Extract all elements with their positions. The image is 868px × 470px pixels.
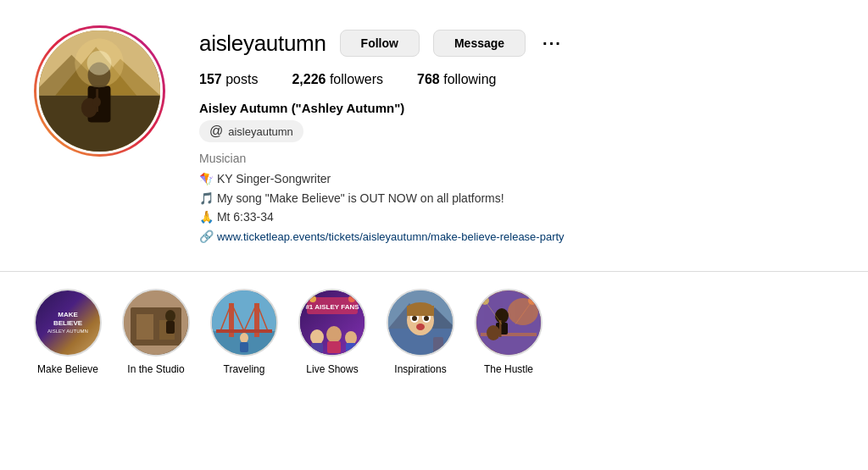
svg-point-36 <box>326 326 342 343</box>
stats-row: 157 posts 2,226 followers 768 following <box>199 72 834 87</box>
svg-point-28 <box>240 333 248 343</box>
svg-point-58 <box>495 308 509 323</box>
followers-count: 2,226 <box>292 72 326 86</box>
avatar-wrapper[interactable] <box>34 25 165 157</box>
svg-text:#1 AISLEY FANS: #1 AISLEY FANS <box>305 303 359 311</box>
bio-line-3: 🙏 Mt 6:33-34 <box>199 207 834 226</box>
highlight-make-believe[interactable]: MAKEBELIEVEAISLEY AUTUMN Make Believe <box>34 289 102 375</box>
following-stat[interactable]: 768 following <box>417 72 496 87</box>
highlight-inner-make-believe: MAKEBELIEVEAISLEY AUTUMN <box>44 307 92 339</box>
svg-rect-35 <box>311 343 323 353</box>
following-label: following <box>443 72 496 86</box>
posts-stat[interactable]: 157 posts <box>199 72 258 87</box>
bio-line-2: 🎵 My song "Make Believe" is OUT NOW on a… <box>199 189 834 207</box>
svg-point-49 <box>412 316 417 321</box>
bio-link-container: 🔗 www.ticketleap.events/tickets/aisleyau… <box>199 227 834 246</box>
highlight-circle-studio <box>122 289 190 357</box>
svg-point-17 <box>165 310 175 322</box>
svg-rect-18 <box>166 321 175 334</box>
highlight-studio[interactable]: In the Studio <box>122 289 190 375</box>
link-icon: 🔗 <box>199 229 217 243</box>
svg-rect-39 <box>346 343 356 353</box>
svg-rect-37 <box>327 341 341 353</box>
threads-handle: aisleyautumn <box>228 125 293 138</box>
svg-point-34 <box>310 329 324 345</box>
threads-icon: @ <box>209 124 223 139</box>
bio-category: Musician <box>199 149 834 168</box>
bio-line-1: 🪁 KY Singer-Songwriter <box>199 169 834 188</box>
highlight-label-make-believe: Make Believe <box>37 363 98 375</box>
svg-point-40 <box>309 296 316 302</box>
username-row: aisleyautumn Follow Message ··· <box>199 30 834 57</box>
svg-rect-15 <box>136 314 153 340</box>
svg-point-60 <box>487 325 500 340</box>
highlight-hustle[interactable]: The Hustle <box>475 289 542 375</box>
highlight-traveling[interactable]: Traveling <box>210 289 278 375</box>
highlight-label-traveling: Traveling <box>224 363 265 375</box>
bio-section: Musician 🪁 KY Singer-Songwriter 🎵 My son… <box>199 149 834 246</box>
highlight-label-studio: In the Studio <box>127 363 184 375</box>
svg-point-41 <box>348 296 355 302</box>
svg-rect-53 <box>407 306 434 316</box>
svg-rect-27 <box>216 329 272 333</box>
highlight-circle-hustle <box>475 289 542 357</box>
profile-container: aisleyautumn Follow Message ··· 157 post… <box>0 0 868 263</box>
svg-point-50 <box>424 316 429 321</box>
posts-count: 157 <box>199 72 222 86</box>
highlight-label-live-shows: Live Shows <box>306 363 358 375</box>
highlight-circle-live: #1 AISLEY FANS <box>298 289 366 357</box>
followers-label: followers <box>330 72 383 86</box>
follow-button[interactable]: Follow <box>340 30 420 57</box>
posts-label: posts <box>225 72 258 86</box>
message-button[interactable]: Message <box>433 30 526 57</box>
avatar <box>36 28 163 154</box>
highlight-circle-make-believe: MAKEBELIEVEAISLEY AUTUMN <box>34 289 102 357</box>
profile-info: aisleyautumn Follow Message ··· 157 post… <box>199 25 834 246</box>
svg-point-51 <box>416 323 425 330</box>
highlight-inspirations[interactable]: Inspirations <box>387 289 454 375</box>
svg-point-12 <box>87 51 112 75</box>
highlight-live-shows[interactable]: #1 AISLEY FANS Live Shows <box>298 289 366 375</box>
highlight-label-hustle: The Hustle <box>484 363 533 375</box>
highlight-circle-traveling <box>210 289 278 357</box>
more-options-button[interactable]: ··· <box>539 34 565 53</box>
svg-point-10 <box>92 97 101 108</box>
followers-stat[interactable]: 2,226 followers <box>292 72 383 87</box>
svg-point-38 <box>345 331 357 345</box>
username: aisleyautumn <box>199 30 326 57</box>
following-count: 768 <box>417 72 440 86</box>
highlight-label-inspirations: Inspirations <box>394 363 446 375</box>
full-name: Aisley Autumn ("Ashley Autumn") <box>199 101 834 115</box>
profile-link[interactable]: www.ticketleap.events/tickets/aisleyautu… <box>217 230 565 243</box>
highlight-circle-inspirations <box>387 289 454 357</box>
svg-rect-29 <box>240 342 248 352</box>
highlights-section: MAKEBELIEVEAISLEY AUTUMN Make Believe In… <box>0 271 868 392</box>
profile-top: aisleyautumn Follow Message ··· 157 post… <box>34 25 834 246</box>
svg-rect-54 <box>433 337 443 354</box>
threads-badge[interactable]: @ aisleyautumn <box>199 120 303 142</box>
